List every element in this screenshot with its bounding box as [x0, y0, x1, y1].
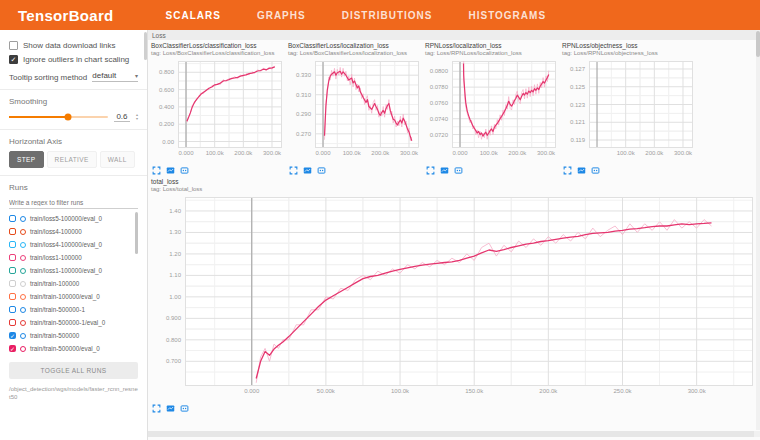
run-isolator-icon[interactable]: [20, 216, 26, 222]
tab-graphs[interactable]: GRAPHS: [257, 10, 306, 21]
tab-scalars[interactable]: SCALARS: [166, 10, 221, 21]
run-checkbox[interactable]: [9, 280, 16, 287]
chart-plot-objectness-loss[interactable]: 0.1270.1250.1230.1210.119100.0k200.0k300…: [562, 59, 696, 159]
run-checkbox[interactable]: ✓: [9, 345, 16, 352]
run-checkbox[interactable]: ✓: [9, 332, 16, 339]
expand-icon[interactable]: [289, 161, 298, 170]
chart-card-icon[interactable]: [303, 161, 312, 170]
chart-plot-rpn-localization-loss[interactable]: 0.08000.07800.07600.07400.07200.000100.0…: [425, 59, 559, 159]
run-isolator-icon[interactable]: [20, 268, 26, 274]
tab-histograms[interactable]: HISTOGRAMS: [468, 10, 546, 21]
x-tick-label: 200.0k: [501, 150, 533, 156]
expand-icon[interactable]: [426, 161, 435, 170]
fit-domain-icon[interactable]: [317, 161, 326, 170]
ignore-outliers-checkbox[interactable]: ✓: [9, 55, 18, 64]
chart-toolbar: [152, 161, 285, 173]
expand-icon[interactable]: [152, 399, 161, 408]
run-row[interactable]: train/train-100000/eval_0: [9, 290, 138, 303]
run-isolator-icon[interactable]: [20, 229, 26, 235]
run-row[interactable]: train/loss4-100000: [9, 225, 138, 238]
run-checkbox[interactable]: [9, 254, 16, 261]
run-name: train/loss5-100000/eval_0: [30, 215, 102, 222]
run-row[interactable]: train/train-500000-1: [9, 303, 138, 316]
fit-domain-icon[interactable]: [180, 161, 189, 170]
divider: [0, 89, 147, 90]
show-download-links-checkbox[interactable]: [9, 41, 18, 50]
axis-button-step[interactable]: STEP: [9, 151, 44, 168]
y-tick-label: 1.00: [151, 294, 181, 300]
y-tick-label: 0.270: [288, 131, 311, 137]
run-isolator-icon[interactable]: [20, 255, 26, 261]
chart-card-icon[interactable]: [166, 399, 175, 408]
run-row[interactable]: train/loss1-100000: [9, 251, 138, 264]
run-isolator-icon[interactable]: [20, 281, 26, 287]
run-row[interactable]: train/loss1-100000/eval_0: [9, 264, 138, 277]
chart-card-icon[interactable]: [577, 161, 586, 170]
y-tick-label: 0.0720: [425, 132, 448, 138]
run-isolator-icon[interactable]: [20, 320, 26, 326]
smoothing-value-input[interactable]: 0.6: [114, 112, 130, 122]
run-checkbox[interactable]: [9, 293, 16, 300]
chart-card-icon[interactable]: [166, 161, 175, 170]
chevron-down-icon: ▾: [135, 72, 138, 79]
run-checkbox[interactable]: [9, 241, 16, 248]
vertical-scrollbar[interactable]: [756, 30, 760, 430]
run-checkbox[interactable]: [9, 215, 16, 222]
toggle-all-runs-button[interactable]: TOGGLE ALL RUNS: [9, 362, 138, 379]
run-checkbox[interactable]: [9, 228, 16, 235]
divider: [0, 175, 147, 176]
run-isolator-icon[interactable]: [20, 294, 26, 300]
smoothing-stepper[interactable]: ▴▾: [136, 113, 138, 121]
x-tick-label: 100.0k: [199, 150, 231, 156]
smoothing-slider[interactable]: [9, 116, 108, 118]
tooltip-sorting-dropdown[interactable]: default ▾: [92, 71, 138, 82]
chart-plot-total-loss[interactable]: 1.401.301.201.101.000.9000.8000.7000.000…: [151, 195, 757, 397]
run-row[interactable]: train/loss4-100000/eval_0: [9, 238, 138, 251]
slider-thumb[interactable]: [65, 114, 72, 121]
y-tick-label: 0.800: [151, 337, 181, 343]
sidebar-scrollbar[interactable]: [144, 32, 147, 60]
x-tick-label: 300.0k: [530, 150, 562, 156]
run-checkbox[interactable]: [9, 267, 16, 274]
runs-filter-input[interactable]: [9, 197, 138, 209]
y-tick-label: 0.00: [151, 139, 174, 145]
run-row[interactable]: train/loss5-100000/eval_0: [9, 212, 138, 225]
runs-scrollbar[interactable]: [135, 212, 138, 254]
x-tick-label: 100.0k: [384, 388, 416, 394]
run-isolator-icon[interactable]: [20, 346, 26, 352]
x-tick-label: 100.0k: [473, 150, 505, 156]
charts-main: Loss BoxClassifierLoss/classification_lo…: [148, 30, 760, 440]
chart-card-classification-loss: BoxClassifierLoss/classification_loss ta…: [151, 42, 285, 175]
run-checkbox[interactable]: [9, 319, 16, 326]
run-row[interactable]: ✓train/train-500000: [9, 329, 138, 342]
expand-icon[interactable]: [152, 161, 161, 170]
category-header-loss[interactable]: Loss: [148, 30, 760, 40]
y-tick-label: 0.700: [151, 358, 181, 364]
tab-distributions[interactable]: DISTRIBUTIONS: [342, 10, 433, 21]
run-row[interactable]: train/train-500000-1/eval_0: [9, 316, 138, 329]
run-isolator-icon[interactable]: [20, 242, 26, 248]
chart-card-icon[interactable]: [440, 161, 449, 170]
y-tick-label: 1.30: [151, 229, 181, 235]
x-tick-label: 0.000: [170, 150, 202, 156]
y-tick-label: 0.600: [151, 87, 174, 93]
fit-domain-icon[interactable]: [454, 161, 463, 170]
run-isolator-icon[interactable]: [20, 333, 26, 339]
run-row[interactable]: train/train-100000: [9, 277, 138, 290]
y-tick-label: 0.0760: [425, 100, 448, 106]
run-name: train/train-500000-1/eval_0: [30, 319, 105, 326]
fit-domain-icon[interactable]: [180, 399, 189, 408]
chart-plot-classification-loss[interactable]: 0.8000.6000.4000.2000.000.000100.0k200.0…: [151, 59, 285, 159]
axis-button-wall[interactable]: WALL: [100, 151, 135, 168]
run-checkbox[interactable]: [9, 306, 16, 313]
horizontal-axis-buttons: STEPRELATIVEWALL: [9, 151, 138, 168]
run-isolator-icon[interactable]: [20, 307, 26, 313]
run-row[interactable]: ✓train/train-500000/eval_0: [9, 342, 138, 355]
chart-plot-box-localization-loss[interactable]: 0.3300.3100.2900.2700.000100.0k200.0k300…: [288, 59, 422, 159]
horizontal-scrollbar[interactable]: [148, 431, 754, 437]
fit-domain-icon[interactable]: [591, 161, 600, 170]
expand-icon[interactable]: [563, 161, 572, 170]
axis-button-relative[interactable]: RELATIVE: [47, 151, 97, 168]
y-tick-label: 0.127: [562, 66, 585, 72]
x-tick-label: 200.0k: [638, 150, 670, 156]
